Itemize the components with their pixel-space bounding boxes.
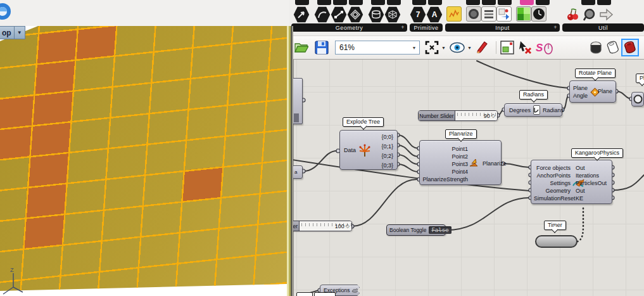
- partial-label-box: [296, 292, 313, 296]
- slider-grip-icon[interactable]: ◇: [346, 223, 350, 229]
- radians-icon: [533, 105, 540, 115]
- number-icon[interactable]: 7: [410, 6, 426, 23]
- cut-icon[interactable]: [482, 0, 496, 5]
- input-label: PlanarizeStrength: [422, 176, 468, 183]
- cut-icon[interactable]: [536, 0, 550, 5]
- radians-component[interactable]: Degrees Radians: [504, 103, 562, 117]
- toggle-value[interactable]: False: [429, 226, 451, 234]
- number-slider-100[interactable]: der 100 ◇: [288, 221, 352, 231]
- group-label-input[interactable]: Input+: [445, 23, 560, 32]
- clock-icon[interactable]: [531, 6, 546, 22]
- cut-icon[interactable]: [317, 0, 331, 5]
- brep-icon[interactable]: [368, 6, 384, 23]
- zoom-level-value: 61%: [336, 43, 409, 52]
- color-swatch-icon[interactable]: [496, 6, 512, 22]
- kangaroo-physics-component[interactable]: Force objects AnchorPoints Settings Geom…: [531, 160, 612, 204]
- open-file-button[interactable]: [294, 40, 309, 55]
- cut-icon[interactable]: [387, 0, 401, 5]
- knob-icon[interactable]: [466, 6, 481, 22]
- cut-icon[interactable]: [412, 0, 426, 5]
- slider-value: 100: [335, 223, 344, 229]
- mesh-wireframe: [0, 26, 287, 296]
- group-label-util[interactable]: Util: [562, 23, 644, 32]
- slider-track[interactable]: 100 ◇: [300, 221, 351, 231]
- chevron-down-icon[interactable]: ▼: [441, 46, 446, 50]
- line-icon[interactable]: [331, 6, 347, 23]
- cut-icon[interactable]: [581, 0, 595, 5]
- mesh-surface: [0, 26, 287, 296]
- planarize-component[interactable]: Point1 Point2 Point3 Point4 PlanarizeStr…: [419, 140, 502, 185]
- cut-icon[interactable]: [295, 0, 309, 5]
- expand-icon[interactable]: +: [553, 24, 557, 30]
- cut-icon[interactable]: [371, 0, 385, 5]
- slider-grip-icon[interactable]: ◇: [491, 113, 495, 119]
- screenshot-root: op ▼ Z: [0, 0, 644, 296]
- zoom-level-combobox[interactable]: 61% ▼: [335, 41, 420, 55]
- preview-off-button[interactable]: [588, 40, 603, 55]
- preview-eye-button[interactable]: [450, 40, 465, 55]
- input-label: Plane: [573, 84, 588, 92]
- value-list-icon[interactable]: [481, 6, 496, 22]
- component-title: Radians: [519, 90, 548, 100]
- rhino-viewport[interactable]: op ▼ Z: [0, 26, 287, 296]
- input-label: Data: [344, 147, 356, 153]
- chevron-down-icon[interactable]: ▼: [409, 46, 419, 50]
- timer-component[interactable]: [535, 235, 578, 248]
- preview-shaded-button[interactable]: [622, 40, 638, 55]
- partial-component-right[interactable]: [631, 92, 644, 106]
- boolean-toggle[interactable]: Boolean Toggle False: [386, 224, 446, 236]
- cancel-selection-button[interactable]: [517, 40, 533, 55]
- rhino-toolbar-icon[interactable]: [0, 1, 14, 22]
- output-label: {0;2}: [381, 151, 393, 161]
- zoom-extents-button[interactable]: [424, 40, 439, 55]
- partial-label-box: [314, 292, 336, 296]
- component-title-partial: Pl: [636, 74, 644, 83]
- galapagos-cherry-icon[interactable]: [565, 6, 581, 23]
- group-label-geometry[interactable]: Geometry+: [291, 23, 407, 32]
- preview-wireframe-button[interactable]: [605, 40, 621, 55]
- component-title: KangarooPhysics: [571, 148, 623, 158]
- partial-param-text: a: [293, 169, 297, 175]
- canvas-map-button[interactable]: [500, 40, 515, 55]
- save-file-button[interactable]: [314, 40, 329, 55]
- graph-mapper-icon[interactable]: [446, 6, 462, 22]
- explode-tree-component[interactable]: Data {0;0} {0;1} {0;2} {0;3}: [339, 130, 398, 170]
- select-gesture-button[interactable]: S: [536, 40, 555, 55]
- expand-icon[interactable]: +: [401, 24, 405, 30]
- output-label: Radians: [543, 107, 564, 113]
- output-label: Out: [576, 164, 607, 172]
- viewport-title-tab[interactable]: op ▼: [0, 26, 25, 39]
- cut-icon[interactable]: [349, 0, 363, 5]
- input-label: Point3: [422, 160, 468, 168]
- text-icon[interactable]: A: [426, 6, 443, 23]
- group-label-text: Geometry: [336, 25, 363, 31]
- cut-icon[interactable]: [428, 0, 442, 5]
- cut-icon[interactable]: [333, 0, 347, 5]
- gradient-cut-icon[interactable]: [520, 0, 534, 5]
- number-slider-90[interactable]: Number Slider 90 ◇: [418, 110, 498, 121]
- vector-icon[interactable]: [293, 6, 310, 23]
- gradient-icon[interactable]: [516, 6, 531, 22]
- rotate-plane-component[interactable]: Plane Angle Plane: [569, 80, 616, 103]
- partial-param-left[interactable]: a: [292, 165, 303, 179]
- partial-component-left[interactable]: [292, 78, 303, 124]
- component-title: Timer: [544, 221, 566, 230]
- surface-icon[interactable]: [347, 6, 363, 23]
- lasso-icon[interactable]: [581, 6, 598, 23]
- group-util: Util: [562, 0, 644, 32]
- input-label: Point1: [422, 145, 468, 153]
- component-panel: Geometry+ 7 A Primitive: [289, 0, 644, 35]
- cut-icon[interactable]: [498, 0, 512, 5]
- curve-icon[interactable]: [314, 6, 331, 23]
- input-label: Point2: [422, 153, 468, 160]
- cut-icon[interactable]: [466, 0, 480, 5]
- cut-icon[interactable]: [597, 0, 611, 5]
- chevron-down-icon[interactable]: ▼: [467, 46, 472, 50]
- sketch-pen-button[interactable]: [475, 40, 490, 55]
- jump-arrow-icon[interactable]: [598, 6, 614, 23]
- gh-window-border[interactable]: [292, 26, 293, 296]
- slider-track[interactable]: 90 ◇: [455, 111, 497, 120]
- chevron-down-icon[interactable]: ▼: [15, 30, 25, 35]
- mesh-icon[interactable]: [384, 6, 401, 23]
- group-label-primitive[interactable]: Primitive: [410, 23, 443, 32]
